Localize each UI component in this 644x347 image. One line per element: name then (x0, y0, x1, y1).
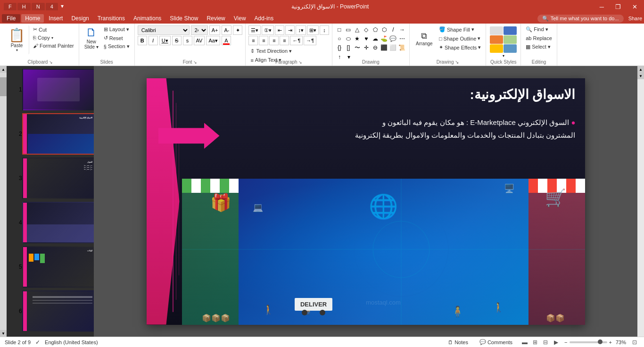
menu-animations[interactable]: Animations (130, 14, 165, 23)
right-scroll-up[interactable]: ▲ (637, 66, 644, 73)
menu-design[interactable]: Design (67, 14, 92, 23)
reading-view-button[interactable]: ⊟ (541, 338, 550, 347)
shape-diamond[interactable]: ◇ (362, 25, 371, 34)
reset-button[interactable]: ↺ Reset (102, 34, 132, 42)
align-center-button[interactable]: ≡ (259, 36, 268, 45)
scroll-up-btn[interactable]: ▲ (0, 66, 7, 73)
slide-sorter-button[interactable]: ⊞ (530, 338, 540, 347)
shape-oval[interactable]: ⬭ (344, 34, 353, 43)
slide-thumbnail-1[interactable] (22, 69, 94, 110)
slide-thumbnail-5[interactable]: البيانات (22, 246, 94, 288)
shape-plus[interactable]: ✛ (362, 43, 371, 52)
scroll-down-btn[interactable]: ▼ (0, 330, 7, 337)
shape-pentagon[interactable]: ⬠ (371, 25, 380, 34)
section-button[interactable]: § Section ▾ (102, 42, 132, 50)
bullets-button[interactable]: ☰▾ (248, 25, 261, 35)
quick-tab-4[interactable]: 4 (46, 3, 58, 10)
paste-button[interactable]: 📋 Paste ▾ (5, 25, 29, 54)
increase-indent-button[interactable]: ⇥ (285, 25, 295, 35)
quick-tab-n[interactable]: N (32, 3, 45, 10)
minimize-button[interactable]: ─ (597, 2, 607, 11)
normal-view-button[interactable]: ▬ (520, 338, 529, 347)
shape-braces[interactable]: {} (335, 43, 344, 52)
menu-view[interactable]: View (230, 14, 250, 23)
menu-addins[interactable]: Add-ins (251, 14, 278, 23)
shape-cylinder[interactable]: ⬜ (389, 43, 397, 52)
line-spacing-button[interactable]: ↕▾ (296, 25, 306, 35)
ltr-button[interactable]: →¶ (304, 36, 316, 45)
shadow-button[interactable]: s (183, 36, 192, 45)
quick-tab-h[interactable]: H (17, 3, 31, 10)
right-scroll-down[interactable]: ▼ (637, 73, 644, 79)
restore-button[interactable]: ❐ (612, 2, 624, 11)
fit-slide-button[interactable]: ⊡ (630, 338, 639, 347)
slide-thumbnail-6[interactable] (22, 290, 94, 332)
decrease-indent-button[interactable]: ⇤ (275, 25, 284, 35)
main-slide[interactable]: الاسواق الإلكترونية: ● السوق الإلكتروني … (147, 78, 585, 325)
shape-hex[interactable]: ⬡ (380, 25, 388, 34)
close-button[interactable]: ✕ (629, 2, 640, 11)
slide-thumbnail-3[interactable]: العنوان نص صغير هنا نص صغير هنا نص صغير … (22, 157, 94, 199)
layout-button[interactable]: ⊞ Layout ▾ (102, 25, 132, 33)
columns-button[interactable]: ⊞▾ (307, 25, 319, 35)
format-painter-button[interactable]: 🖌 Format Painter (31, 42, 76, 50)
menu-file[interactable]: File (2, 14, 20, 23)
strikethrough-button[interactable]: S (172, 36, 182, 45)
shape-outline-button[interactable]: □ Shape Outline ▾ (437, 34, 483, 42)
qs-cell-6[interactable] (504, 44, 517, 53)
numbering-button[interactable]: ①▾ (262, 25, 274, 35)
menu-home[interactable]: Home (21, 14, 44, 23)
shape-bracket[interactable]: [] (344, 43, 353, 52)
notes-button[interactable]: 🗒 Notes (444, 339, 472, 346)
char-spacing-button[interactable]: AV (194, 36, 205, 45)
underline-button[interactable]: U▾ (159, 36, 171, 45)
shape-cube[interactable]: ⬛ (380, 43, 388, 52)
text-direction-button[interactable]: ↕ (320, 25, 329, 35)
slide-thumbnail-4[interactable] (22, 202, 94, 243)
shape-wave[interactable]: 〜 (353, 43, 362, 52)
shape-banner[interactable]: ⛳ (380, 34, 388, 43)
rtl-button[interactable]: ←¶ (290, 36, 303, 45)
slideshow-view-button[interactable]: ▶ (551, 338, 561, 347)
shape-heart[interactable]: ♥ (362, 34, 371, 43)
qs-cell-2[interactable] (504, 26, 517, 35)
zoom-thumb[interactable] (598, 339, 603, 344)
comments-button[interactable]: 💬 Comments (476, 339, 516, 346)
arrange-button[interactable]: ⧉ Arrange (413, 30, 436, 48)
italic-button[interactable]: I (149, 36, 158, 45)
shape-effects-button[interactable]: ✦ Shape Effects ▾ (437, 43, 483, 51)
increase-font-size-button[interactable]: A+ (209, 25, 221, 35)
shape-star[interactable]: ★ (353, 34, 362, 43)
share-button[interactable]: Share (628, 16, 642, 21)
qs-cell-4[interactable] (504, 35, 517, 44)
shape-rect[interactable]: □ (335, 25, 344, 34)
shape-circle[interactable]: ○ (335, 34, 344, 43)
shape-more[interactable]: ⋯ (398, 34, 406, 43)
justify-button[interactable]: ≡ (280, 36, 289, 45)
bold-button[interactable]: B (138, 36, 147, 45)
shape-line[interactable]: / (389, 25, 397, 34)
cut-button[interactable]: ✂ Cut (31, 25, 76, 33)
shape-scroll[interactable]: 📜 (398, 43, 406, 52)
align-right-button[interactable]: ≡ (269, 36, 279, 45)
menu-insert[interactable]: Insert (45, 14, 66, 23)
decrease-font-size-button[interactable]: A- (222, 25, 231, 35)
menu-slideshow[interactable]: Slide Show (166, 14, 202, 23)
shape-round-rect[interactable]: ▭ (344, 25, 353, 34)
change-case-button[interactable]: Aa▾ (206, 36, 220, 45)
shape-minus[interactable]: ⊖ (371, 43, 380, 52)
slide-thumbnail-2[interactable]: الاسواق الإلكترونية (22, 113, 94, 155)
qs-cell-3[interactable] (490, 35, 503, 44)
replace-button[interactable]: ab Replace (524, 34, 554, 42)
zoom-in-btn[interactable]: + (609, 339, 612, 345)
font-name-select[interactable]: Calibri (138, 25, 190, 35)
menu-transitions[interactable]: Transitions (94, 14, 129, 23)
tell-me-box[interactable]: 🔍 Tell me what you want to do... (537, 15, 624, 23)
quick-styles-more[interactable]: ▾ (503, 54, 504, 58)
customize-quick-access[interactable]: ▾ (61, 3, 64, 10)
shape-triangle[interactable]: △ (353, 25, 362, 34)
qs-cell-1[interactable] (490, 26, 503, 35)
font-size-select[interactable]: 24 (191, 25, 208, 35)
clear-format-button[interactable]: ✦ (233, 25, 242, 35)
zoom-track[interactable] (570, 341, 607, 343)
